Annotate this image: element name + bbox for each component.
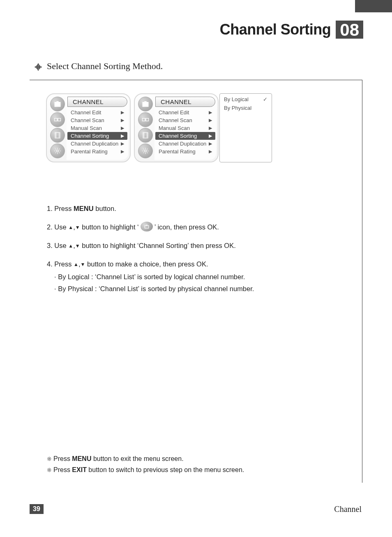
menu-item-channel-duplication[interactable]: Channel Duplication▶ — [67, 140, 128, 148]
submenu-item-by-logical[interactable]: By Logical✓ — [220, 95, 272, 104]
osd-icon-column — [136, 96, 154, 160]
osd-panel-1: CHANNEL Channel Edit▶ Channel Scan▶ Manu… — [46, 93, 131, 162]
chevron-right-icon: ▶ — [209, 133, 212, 139]
direction-icon — [35, 63, 42, 71]
chevron-right-icon: ▶ — [209, 118, 212, 123]
svg-point-25 — [145, 150, 147, 152]
chevron-right-icon: ▶ — [121, 125, 124, 131]
submenu-item-by-physical[interactable]: By Physical — [220, 104, 272, 112]
menu-item-parental-rating[interactable]: Parental Rating▶ — [67, 148, 128, 155]
gear-icon — [50, 144, 65, 158]
triangle-down-icon: ▼ — [81, 262, 85, 267]
menu-item-channel-sorting[interactable]: Channel Sorting▶ — [155, 132, 215, 140]
menu-item-manual-scan[interactable]: Manual Scan▶ — [154, 124, 216, 132]
chevron-right-icon: ▶ — [121, 110, 124, 115]
chevron-right-icon: ▶ — [121, 133, 124, 139]
subtitle: Select Channel Sorting Method. — [47, 61, 163, 72]
menu-item-label: Channel Edit — [159, 109, 189, 116]
tv-icon — [50, 97, 65, 111]
section-name: Channel — [334, 505, 362, 514]
menu-item-label: Channel Duplication — [159, 141, 206, 147]
step-4-bullet-physical: · By Physical : ‘Channel List’ is sorted… — [54, 284, 343, 294]
chevron-right-icon: ▶ — [209, 125, 212, 131]
menu-item-manual-scan[interactable]: Manual Scan▶ — [67, 124, 128, 132]
submenu-item-label: By Physical — [224, 105, 251, 111]
menu-item-label: Channel Scan — [159, 117, 192, 123]
menu-button-label: MENU — [74, 205, 94, 212]
devices-icon — [138, 112, 153, 127]
page-header: Channel Sorting 08 — [220, 21, 363, 39]
step-4: 4. Press ▲,▼ button to make a choice, th… — [47, 259, 343, 294]
chevron-right-icon: ▶ — [121, 141, 124, 146]
tv-icon — [141, 222, 153, 231]
osd-menu-title: CHANNEL — [155, 97, 215, 107]
menu-item-label: Channel Duplication — [71, 141, 118, 147]
check-icon: ✓ — [263, 96, 267, 102]
step-2: 2. Use ▲,▼ button to highlight ‘’ icon, … — [47, 222, 343, 233]
menu-item-label: Channel Scan — [71, 117, 104, 123]
osd-icon-column — [48, 96, 67, 160]
menu-item-label: Channel Sorting — [71, 133, 109, 139]
svg-rect-14 — [146, 118, 149, 121]
osd-menu: CHANNEL Channel Edit▶ Channel Scan▶ Manu… — [67, 96, 128, 160]
menu-item-label: Parental Rating — [71, 148, 108, 155]
note-exit-menu: ※Press MENU button to exit the menu scre… — [47, 453, 244, 464]
gear-icon — [138, 144, 153, 158]
triangle-down-icon: ▼ — [75, 243, 80, 249]
menu-item-channel-duplication[interactable]: Channel Duplication▶ — [154, 140, 216, 148]
svg-rect-1 — [58, 118, 61, 121]
note-previous-step: ※Press EXIT button to switch to previous… — [47, 464, 244, 475]
svg-rect-0 — [55, 118, 58, 121]
step-3: 3. Use ▲,▼ button to highlight ‘Channel … — [47, 241, 343, 251]
menu-item-channel-scan[interactable]: Channel Scan▶ — [154, 116, 216, 124]
page-title: Channel Sorting — [220, 21, 331, 38]
menu-item-parental-rating[interactable]: Parental Rating▶ — [154, 148, 216, 155]
page-number-badge: 08 — [336, 21, 363, 39]
menu-item-channel-edit[interactable]: Channel Edit▶ — [154, 109, 216, 116]
content-box: CHANNEL Channel Edit▶ Channel Scan▶ Manu… — [30, 80, 362, 483]
page-footer: 39 Channel — [30, 504, 362, 514]
tv-icon — [138, 97, 153, 111]
triangle-up-icon: ▲ — [68, 225, 73, 230]
reference-mark-icon: ※ — [47, 456, 52, 462]
menu-item-label: Manual Scan — [159, 125, 190, 131]
page-number: 39 — [30, 504, 44, 514]
menu-item-channel-sorting[interactable]: Channel Sorting▶ — [67, 132, 127, 140]
menu-item-label: Channel Edit — [71, 109, 101, 116]
step-4-bullet-logical: · By Logical : ‘Channel List’ is sorted … — [54, 272, 343, 282]
menu-item-channel-edit[interactable]: Channel Edit▶ — [67, 109, 128, 116]
header-tab — [355, 0, 392, 12]
chevron-right-icon: ▶ — [209, 141, 212, 146]
menu-button-label: MENU — [72, 455, 91, 462]
footer-notes: ※Press MENU button to exit the menu scre… — [47, 453, 244, 475]
osd-menu: CHANNEL Channel Edit▶ Channel Scan▶ Manu… — [154, 96, 216, 160]
chevron-right-icon: ▶ — [209, 149, 212, 154]
svg-point-12 — [57, 150, 59, 152]
film-icon — [50, 128, 65, 143]
chevron-right-icon: ▶ — [121, 149, 124, 154]
menu-item-label: Channel Sorting — [159, 133, 197, 139]
submenu-item-label: By Logical — [224, 96, 249, 102]
osd-panel-2: CHANNEL Channel Edit▶ Channel Scan▶ Manu… — [134, 93, 219, 162]
instructions: 1. Press MENU button. 2. Use ▲,▼ button … — [47, 204, 343, 295]
menu-item-label: Parental Rating — [159, 148, 196, 155]
step-1: 1. Press MENU button. — [47, 204, 343, 214]
devices-icon — [50, 112, 65, 127]
menu-item-label: Manual Scan — [71, 125, 102, 131]
reference-mark-icon: ※ — [47, 467, 52, 473]
triangle-up-icon: ▲ — [74, 262, 78, 267]
osd-submenu: By Logical✓ By Physical — [219, 93, 272, 162]
exit-button-label: EXIT — [72, 466, 87, 473]
film-icon — [138, 128, 153, 143]
svg-rect-26 — [145, 226, 148, 228]
chevron-right-icon: ▶ — [121, 118, 124, 123]
chevron-right-icon: ▶ — [209, 110, 212, 115]
triangle-up-icon: ▲ — [68, 243, 73, 249]
osd-menu-title: CHANNEL — [67, 97, 127, 107]
svg-rect-13 — [143, 118, 145, 121]
menu-item-channel-scan[interactable]: Channel Scan▶ — [67, 116, 128, 124]
triangle-down-icon: ▼ — [75, 225, 80, 230]
